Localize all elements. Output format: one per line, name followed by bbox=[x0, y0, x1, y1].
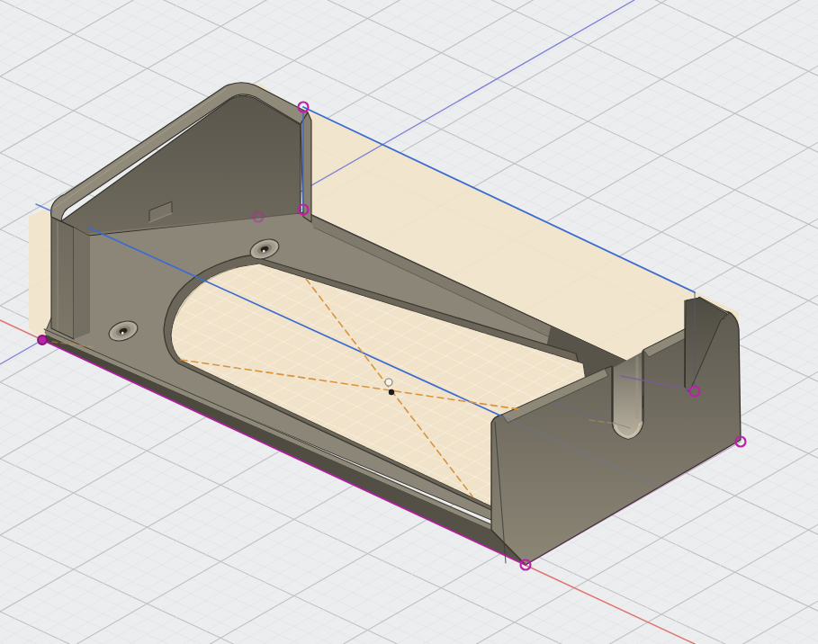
viewport-canvas[interactable] bbox=[0, 0, 818, 644]
cad-viewport[interactable] bbox=[0, 0, 818, 644]
body-backwall-end-face[interactable] bbox=[51, 217, 74, 339]
sketch-point-center[interactable] bbox=[389, 389, 394, 395]
sketch-profile-fill-left-strip[interactable] bbox=[29, 206, 53, 340]
sketch-point-marker-open[interactable] bbox=[385, 379, 392, 386]
sketch-point-origin-selected[interactable] bbox=[38, 335, 47, 344]
backwall-end-fillet bbox=[74, 228, 90, 339]
